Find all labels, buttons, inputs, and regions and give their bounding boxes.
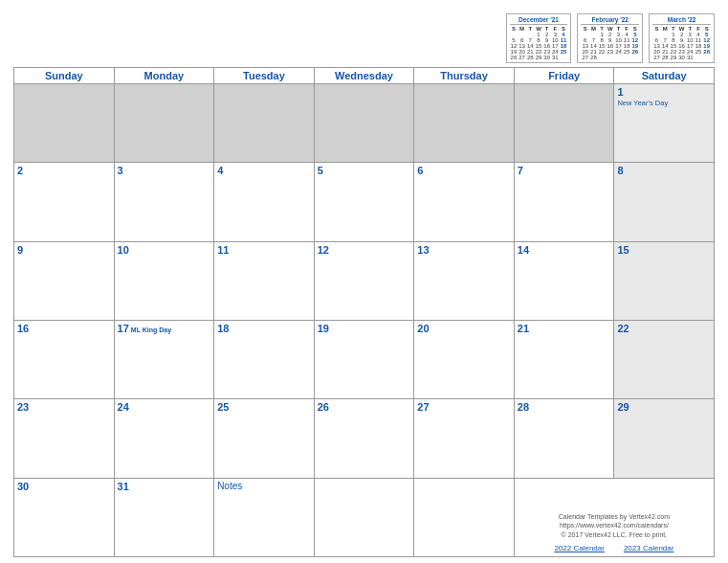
- day-number: 13: [417, 244, 511, 256]
- wed-empty: [315, 479, 415, 557]
- header-tuesday: Tuesday: [214, 68, 315, 83]
- calendar-cell[interactable]: 16: [14, 321, 115, 399]
- day-number: 9: [17, 244, 111, 256]
- calendar-cell[interactable]: 7: [515, 163, 615, 241]
- calendar-cell[interactable]: 3: [115, 163, 215, 241]
- mini-calendars-area: December '21SMTWTFS123456789101112131415…: [506, 13, 715, 63]
- thu-empty: [414, 479, 515, 557]
- footer-line: https://www.vertex42.com/calendars/: [559, 521, 670, 530]
- day-number: 19: [318, 323, 411, 334]
- day-number: 30: [17, 481, 111, 492]
- calendar-cell[interactable]: 17ML King Day: [115, 321, 215, 399]
- header-wednesday: Wednesday: [315, 68, 415, 83]
- day-number: 24: [118, 401, 211, 413]
- header: December '21SMTWTFS123456789101112131415…: [13, 10, 715, 63]
- calendar-cell[interactable]: 24: [115, 399, 215, 478]
- day-number: 22: [617, 323, 711, 334]
- footer-links: 2022 Calendar 2023 Calendar: [554, 544, 673, 552]
- footer-line: Calendar Templates by Vertex42.com: [559, 512, 670, 522]
- footer-line: © 2017 Vertex42 LLC. Free to print.: [559, 530, 670, 540]
- calendar-cell[interactable]: 15: [614, 242, 715, 321]
- day-number: 14: [518, 244, 611, 256]
- footer-text: Calendar Templates by Vertex42.comhttps:…: [559, 512, 670, 540]
- link-2023-calendar[interactable]: 2023 Calendar: [624, 544, 673, 552]
- day-number: 17ML King Day: [118, 323, 211, 334]
- calendar-cell[interactable]: 14: [515, 242, 615, 321]
- mini-calendars: December '21SMTWTFS123456789101112131415…: [506, 13, 715, 63]
- calendar-cell[interactable]: 10: [115, 242, 215, 321]
- mlk-day-label: ML King Day: [131, 327, 171, 333]
- day-number: 26: [318, 401, 411, 413]
- calendar-cell[interactable]: [214, 84, 315, 163]
- calendar-grid: 1New Year's Day234567891011121314151617M…: [13, 83, 715, 557]
- day-number: 10: [118, 244, 211, 256]
- calendar-cell[interactable]: 18: [214, 321, 315, 399]
- day-number: 15: [617, 244, 711, 256]
- mini-calendar: December '21SMTWTFS123456789101112131415…: [506, 13, 572, 63]
- calendar-cell[interactable]: 29: [614, 399, 715, 478]
- day-number: 31: [118, 481, 211, 492]
- calendar-cell[interactable]: [315, 84, 415, 163]
- mini-cal-title: February '22: [581, 16, 639, 25]
- month-year-heading: [13, 11, 506, 52]
- calendar-page: December '21SMTWTFS123456789101112131415…: [0, 0, 728, 563]
- calendar-cell[interactable]: 26: [315, 399, 415, 478]
- header-left: [13, 10, 506, 52]
- calendar-cell[interactable]: [115, 84, 215, 163]
- calendar-cell[interactable]: 27: [414, 399, 515, 478]
- day-number: 11: [217, 244, 311, 256]
- calendar-cell[interactable]: 30: [14, 479, 115, 557]
- day-number: 8: [617, 165, 711, 176]
- footer-cell: Calendar Templates by Vertex42.comhttps:…: [515, 479, 715, 557]
- calendar-cell[interactable]: 19: [315, 321, 415, 399]
- calendar-cell[interactable]: 9: [14, 242, 115, 321]
- notes-label: Notes: [217, 481, 311, 491]
- day-number: 28: [518, 401, 611, 413]
- calendar-cell[interactable]: 25: [214, 399, 315, 478]
- day-number: 23: [17, 401, 111, 413]
- calendar-cell[interactable]: 2: [14, 163, 115, 241]
- calendar-cell[interactable]: 6: [414, 163, 515, 241]
- calendar-cell[interactable]: 13: [414, 242, 515, 321]
- calendar-cell[interactable]: 20: [414, 321, 515, 399]
- calendar-cell[interactable]: 8: [614, 163, 715, 241]
- header-friday: Friday: [515, 68, 615, 83]
- calendar-cell[interactable]: 12: [315, 242, 415, 321]
- calendar-cell[interactable]: 31: [115, 479, 215, 557]
- day-number: 27: [417, 401, 511, 413]
- day-number: 20: [417, 323, 511, 334]
- day-number: 6: [417, 165, 511, 176]
- calendar-cell[interactable]: 22: [614, 321, 715, 399]
- mini-calendar: February '22SMTWTFS123456789101112131415…: [577, 13, 643, 63]
- holiday-label: New Year's Day: [617, 99, 711, 107]
- day-number: 2: [17, 165, 111, 176]
- day-number: 25: [217, 401, 311, 413]
- calendar-cell[interactable]: 11: [214, 242, 315, 321]
- mini-cal-title: December '21: [510, 16, 568, 25]
- link-2022-calendar[interactable]: 2022 Calendar: [554, 544, 604, 552]
- mini-calendar: March '22SMTWTFS123456789101112131415161…: [649, 13, 715, 63]
- calendar-cell[interactable]: [14, 84, 115, 163]
- day-number: 12: [318, 244, 411, 256]
- calendar-cell[interactable]: 1New Year's Day: [614, 84, 715, 163]
- calendar-cell[interactable]: [414, 84, 515, 163]
- day-number: 5: [318, 165, 411, 176]
- calendar-cell[interactable]: [515, 84, 615, 163]
- calendar-cell[interactable]: 5: [315, 163, 415, 241]
- calendar-cell[interactable]: 4: [214, 163, 315, 241]
- header-sunday: Sunday: [14, 68, 115, 83]
- day-number: 21: [518, 323, 611, 334]
- header-saturday: Saturday: [614, 68, 715, 83]
- day-number: 3: [118, 165, 211, 176]
- mini-cal-title: March '22: [652, 16, 711, 25]
- day-number: 18: [217, 323, 311, 334]
- day-number: 4: [217, 165, 311, 176]
- day-headers-row: Sunday Monday Tuesday Wednesday Thursday…: [13, 67, 715, 83]
- day-number: 29: [617, 401, 711, 413]
- header-thursday: Thursday: [414, 68, 515, 83]
- calendar-cell[interactable]: 28: [515, 399, 615, 478]
- calendar-cell[interactable]: 23: [14, 399, 115, 478]
- day-number: 7: [518, 165, 611, 176]
- calendar-cell[interactable]: 21: [515, 321, 615, 399]
- notes-cell: Notes: [214, 479, 315, 557]
